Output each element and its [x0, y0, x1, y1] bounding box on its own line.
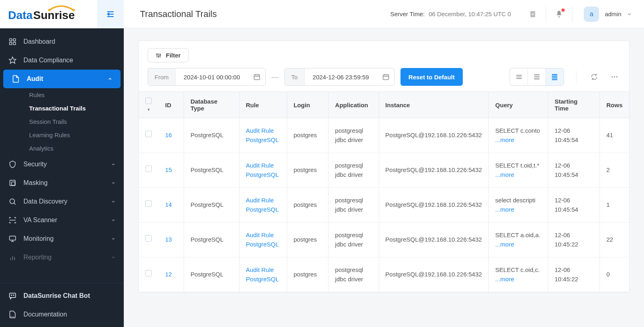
chevron-down-icon[interactable]: ▾: [148, 107, 150, 112]
cell-query: select descripti...more: [489, 188, 548, 223]
view-medium-button[interactable]: [528, 68, 546, 85]
row-checkbox[interactable]: [145, 166, 152, 172]
cell-db-type: PostgreSQL: [184, 257, 239, 292]
row-checkbox[interactable]: [145, 270, 152, 276]
col-db-type[interactable]: Database Type: [184, 92, 239, 118]
view-large-button[interactable]: [546, 68, 564, 85]
to-value: 2024-12-06 23:59:59: [305, 74, 377, 81]
more-actions-button[interactable]: [609, 73, 620, 81]
sub-item-transactional-trails[interactable]: Transactional Trails: [18, 102, 124, 115]
calendar-icon[interactable]: [377, 73, 394, 81]
sidebar-item-compliance[interactable]: Data Compliance: [0, 51, 124, 70]
sidebar-item-audit[interactable]: Audit: [3, 70, 121, 88]
sidebar-item-label: Dashboard: [23, 38, 55, 45]
trails-card: Filter From 2024-10-01 00:00:00 — To 202…: [138, 40, 629, 293]
range-dash: —: [271, 73, 279, 81]
row-id-link[interactable]: 16: [165, 132, 172, 138]
collapse-icon: [106, 9, 115, 19]
query-more-link[interactable]: ...more: [495, 171, 514, 178]
table-row[interactable]: 12PostgreSQLAudit RulePostgreSQLpostgres…: [139, 257, 629, 292]
sidebar-item-monitoring[interactable]: Monitoring: [0, 229, 124, 248]
to-date-input[interactable]: To 2024-12-06 23:59:59: [284, 68, 395, 86]
sidebar-item-documentation[interactable]: DOC Documentation: [0, 305, 124, 324]
monitor-icon: [8, 234, 17, 243]
col-rule[interactable]: Rule: [239, 92, 287, 118]
from-date-input[interactable]: From 2024-10-01 00:00:00: [148, 68, 266, 86]
svg-text:Sunrise: Sunrise: [33, 9, 75, 21]
refresh-button[interactable]: [589, 73, 600, 81]
svg-point-30: [157, 54, 158, 55]
col-rows[interactable]: Rows: [600, 92, 629, 118]
user-menu[interactable]: a admin: [584, 6, 632, 22]
rule-link[interactable]: Audit Rule: [246, 231, 274, 238]
col-instance[interactable]: Instance: [379, 92, 489, 118]
sidebar-item-discovery[interactable]: Data Discovery: [0, 192, 124, 211]
rule-link[interactable]: Audit Rule: [246, 162, 274, 169]
cell-application: postgresql jdbc driver: [328, 153, 379, 188]
row-checkbox[interactable]: [145, 235, 152, 242]
row-checkbox[interactable]: [145, 200, 152, 207]
row-id-link[interactable]: 12: [165, 271, 172, 278]
server-time-label: Server Time:: [390, 11, 425, 17]
select-all-checkbox[interactable]: [145, 98, 152, 104]
filter-button[interactable]: Filter: [148, 48, 189, 62]
sidebar-item-security[interactable]: Security: [0, 155, 124, 174]
reset-button[interactable]: Reset to Default: [400, 68, 463, 86]
sidebar-item-reporting[interactable]: Reporting: [0, 248, 124, 267]
row-id-link[interactable]: 13: [165, 236, 172, 243]
query-more-link[interactable]: ...more: [495, 206, 514, 213]
table-row[interactable]: 13PostgreSQLAudit RulePostgreSQLpostgres…: [139, 223, 629, 257]
col-login[interactable]: Login: [287, 92, 328, 118]
cell-instance: PostgreSQL@192.168.10.226:5432: [379, 153, 489, 188]
logo[interactable]: Data Sunrise: [0, 0, 97, 28]
svg-point-27: [13, 295, 14, 296]
sidebar-item-chatbot[interactable]: DataSunrise Chat Bot: [0, 287, 124, 305]
rule-link[interactable]: PostgreSQL: [246, 136, 279, 143]
svg-line-17: [14, 203, 15, 204]
cell-instance: PostgreSQL@192.168.10.226:5432: [379, 223, 489, 257]
sidebar-item-dashboard[interactable]: Dashboard: [0, 32, 124, 51]
rule-link[interactable]: PostgreSQL: [246, 276, 279, 282]
table-row[interactable]: 14PostgreSQLAudit RulePostgreSQLpostgres…: [139, 188, 629, 223]
table-row[interactable]: 16PostgreSQLAudit RulePostgreSQLpostgres…: [139, 118, 629, 153]
view-compact-button[interactable]: [510, 68, 528, 85]
sidebar-item-label: Documentation: [23, 311, 67, 318]
cell-rule: Audit RulePostgreSQL: [239, 257, 287, 292]
sub-item-rules[interactable]: Rules: [18, 88, 124, 102]
sub-item-learning-rules[interactable]: Learning Rules: [18, 128, 124, 142]
row-checkbox[interactable]: [145, 131, 152, 137]
sub-item-analytics[interactable]: Analytics: [18, 142, 124, 155]
col-start[interactable]: Starting Time: [548, 92, 600, 118]
sidebar-item-label: Reporting: [23, 254, 51, 261]
svg-point-55: [616, 76, 617, 77]
rule-link[interactable]: Audit Rule: [246, 127, 274, 134]
col-id[interactable]: ID: [159, 92, 184, 118]
rule-link[interactable]: PostgreSQL: [246, 171, 279, 178]
sidebar-item-va-scanner[interactable]: VA Scanner: [0, 211, 124, 229]
tasks-button[interactable]: [523, 4, 542, 24]
row-id-link[interactable]: 14: [165, 201, 172, 208]
sidebar-item-masking[interactable]: Masking: [0, 174, 124, 192]
cell-query: SELECT a.oid,a....more: [489, 223, 548, 257]
rule-link[interactable]: PostgreSQL: [246, 206, 279, 213]
rule-link[interactable]: Audit Rule: [246, 197, 274, 204]
query-more-link[interactable]: ...more: [495, 136, 514, 143]
calendar-icon[interactable]: [248, 73, 265, 81]
col-application[interactable]: Application: [328, 92, 379, 118]
avatar: a: [584, 6, 599, 22]
table-row[interactable]: 15PostgreSQLAudit RulePostgreSQLpostgres…: [139, 153, 629, 188]
svg-rect-25: [10, 293, 16, 297]
col-query[interactable]: Query: [489, 92, 548, 118]
query-more-link[interactable]: ...more: [495, 276, 514, 282]
cell-rule: Audit RulePostgreSQL: [239, 223, 287, 257]
sub-item-session-trails[interactable]: Session Trails: [18, 115, 124, 128]
rule-link[interactable]: Audit Rule: [246, 266, 274, 273]
cell-start: 12-06 10:45:54: [548, 188, 600, 223]
cell-db-type: PostgreSQL: [184, 188, 239, 223]
rule-link[interactable]: PostgreSQL: [246, 241, 279, 248]
query-more-link[interactable]: ...more: [495, 241, 514, 248]
notifications-button[interactable]: [549, 4, 569, 24]
sidebar-collapse-button[interactable]: [97, 0, 124, 28]
row-id-link[interactable]: 15: [165, 166, 172, 173]
svg-point-54: [614, 76, 615, 77]
